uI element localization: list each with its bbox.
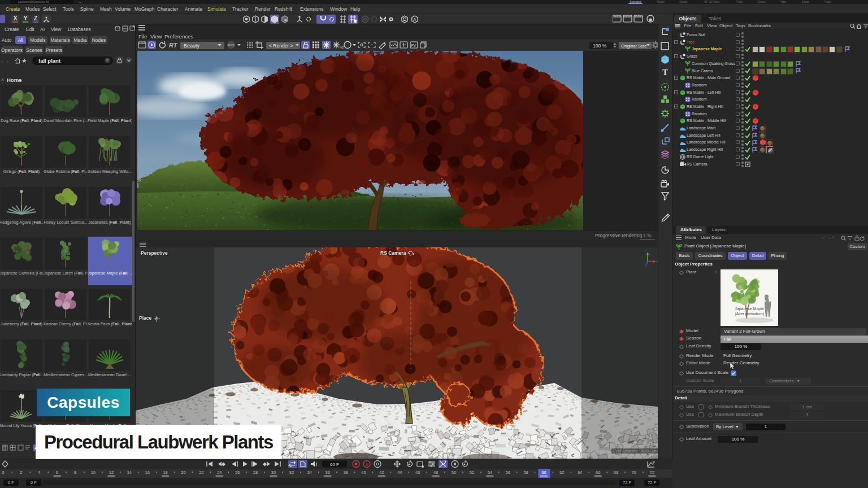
svg-text:70: 70 (632, 470, 636, 475)
svg-text:54: 54 (488, 470, 492, 475)
svg-text:16: 16 (145, 470, 150, 475)
svg-text:Japanese Maple: Japanese Maple (735, 307, 763, 311)
svg-text:14: 14 (127, 470, 132, 475)
svg-text:RGB: RGB (228, 43, 235, 47)
svg-text:66: 66 (596, 470, 600, 475)
svg-text:46: 46 (415, 470, 420, 475)
svg-text:RT: RT (169, 42, 178, 49)
svg-text:2: 2 (20, 470, 22, 475)
svg-text:48: 48 (433, 470, 438, 475)
svg-text:58: 58 (523, 470, 528, 475)
svg-text:56: 56 (506, 470, 510, 475)
svg-text:28: 28 (253, 470, 258, 475)
svg-text:< Render >: < Render > (269, 43, 293, 49)
svg-text:A: A (365, 462, 368, 467)
svg-text:72: 72 (650, 470, 654, 475)
svg-text:30: 30 (271, 470, 276, 475)
svg-text:44: 44 (397, 470, 402, 475)
svg-text:(Acer palmatum): (Acer palmatum) (735, 312, 764, 316)
svg-text:26: 26 (235, 470, 240, 475)
svg-text:60 F: 60 F (330, 462, 339, 467)
svg-text:36: 36 (326, 470, 330, 475)
svg-text:64: 64 (578, 470, 582, 475)
svg-text:0: 0 (2, 470, 4, 475)
svg-text:Z: Z (645, 264, 647, 267)
svg-text:100 %: 100 % (593, 43, 607, 49)
svg-text:24: 24 (217, 470, 222, 475)
svg-text:Beauty: Beauty (184, 43, 200, 49)
svg-text:60: 60 (541, 470, 546, 475)
svg-text:50: 50 (452, 470, 456, 475)
svg-text:40: 40 (361, 470, 366, 475)
svg-text:Y: Y (645, 250, 647, 252)
svg-text:A: A (413, 17, 416, 22)
svg-text:12: 12 (109, 470, 114, 475)
svg-text:HG: HG (340, 46, 344, 49)
svg-text:20: 20 (181, 470, 185, 475)
svg-text:38: 38 (343, 470, 348, 475)
svg-text:Original Size: Original Size (621, 43, 647, 49)
svg-text:52: 52 (470, 470, 474, 475)
svg-text:32: 32 (289, 470, 294, 475)
svg-text:4: 4 (38, 470, 40, 475)
svg-text:6: 6 (56, 470, 58, 475)
svg-text:34: 34 (307, 470, 312, 475)
svg-text:22: 22 (199, 470, 203, 475)
svg-text:10: 10 (91, 470, 96, 475)
svg-text:T: T (662, 68, 668, 77)
svg-text:42: 42 (379, 470, 384, 475)
svg-text:62: 62 (559, 470, 564, 475)
svg-text:PV: PV (411, 43, 416, 47)
svg-text:18: 18 (163, 470, 167, 475)
svg-text:8: 8 (74, 470, 76, 475)
svg-text:68: 68 (614, 470, 618, 475)
